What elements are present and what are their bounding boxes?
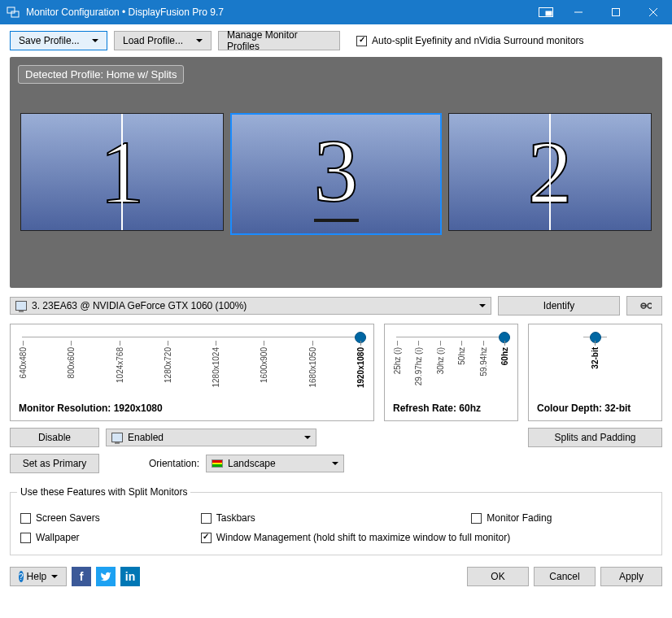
monitor-select[interactable]: 3. 23EA63 @ NVIDIA GeForce GTX 1060 (100… xyxy=(10,297,491,315)
color-label: Colour Depth: 32-bit xyxy=(537,403,653,414)
splits-padding-button[interactable]: Splits and Padding xyxy=(528,428,662,447)
monitor-controls-row: Disable Enabled Splits and Padding xyxy=(10,428,662,447)
orientation-row: Set as Primary Orientation: Landscape xyxy=(10,454,662,473)
monitor-icon xyxy=(15,301,27,311)
facebook-icon[interactable]: f xyxy=(72,567,91,586)
link-button[interactable] xyxy=(626,296,662,316)
window-management-checkbox[interactable]: Window Management (hold shift to maximiz… xyxy=(201,532,652,543)
wallpaper-checkbox[interactable]: Wallpaper xyxy=(20,532,201,543)
save-profile-label: Save Profile... xyxy=(19,35,80,46)
disable-button[interactable]: Disable xyxy=(10,428,99,447)
slider-tick[interactable]: 32-bit xyxy=(591,341,600,398)
checkbox-icon xyxy=(201,513,212,524)
slider-tick[interactable]: 30hz (i) xyxy=(436,341,445,398)
link-icon xyxy=(637,301,652,311)
manage-profiles-label: Manage Monitor Profiles xyxy=(227,29,331,52)
manage-profiles-button[interactable]: Manage Monitor Profiles xyxy=(218,31,340,50)
resolution-slider[interactable]: 640x480800x6001024x7681280x7201280x10241… xyxy=(19,333,365,398)
caret-down-icon xyxy=(332,462,338,465)
slider-tick[interactable]: 640x480 xyxy=(19,341,28,398)
slider-tick[interactable]: 1680x1050 xyxy=(308,341,317,398)
orientation-value: Landscape xyxy=(228,458,327,469)
ok-label: OK xyxy=(491,571,504,582)
svg-rect-5 xyxy=(613,9,620,16)
ok-button[interactable]: OK xyxy=(467,567,529,586)
linkedin-icon[interactable]: in xyxy=(120,567,140,586)
close-button[interactable] xyxy=(635,0,672,24)
color-slider[interactable]: 32-bit xyxy=(537,333,653,398)
twitter-icon[interactable] xyxy=(96,567,116,586)
slider-tick[interactable]: 1600x900 xyxy=(260,341,268,398)
slider-tick[interactable]: 50hz xyxy=(457,341,466,398)
monitor-1[interactable]: 1 xyxy=(20,113,224,231)
caret-down-icon xyxy=(479,304,486,307)
taskbars-checkbox[interactable]: Taskbars xyxy=(201,512,472,524)
monitor-fading-label: Monitor Fading xyxy=(487,512,552,524)
enabled-select[interactable]: Enabled xyxy=(106,429,316,446)
svg-rect-3 xyxy=(546,11,552,15)
monitor-select-value: 3. 23EA63 @ NVIDIA GeForce GTX 1060 (100… xyxy=(32,300,474,311)
slider-tick[interactable]: 1280x1024 xyxy=(212,341,220,398)
slider-tick[interactable]: 1024x768 xyxy=(116,341,124,398)
window-title: Monitor Configuration • DisplayFusion Pr… xyxy=(26,7,532,18)
monitor-icon xyxy=(111,433,123,442)
checkbox-icon xyxy=(201,533,212,543)
caret-down-icon xyxy=(304,436,311,439)
screen-savers-label: Screen Savers xyxy=(36,512,100,524)
window-management-label: Window Management (hold shift to maximiz… xyxy=(216,532,510,543)
checkbox-icon xyxy=(356,36,367,46)
settings-panels: 640x480800x6001024x7681280x7201280x10241… xyxy=(10,324,662,421)
monitor-3[interactable]: 3 xyxy=(230,113,442,235)
resolution-panel: 640x480800x6001024x7681280x7201280x10241… xyxy=(10,324,374,421)
monitor-2[interactable]: 2 xyxy=(448,113,652,231)
color-panel: 32-bit Colour Depth: 32-bit xyxy=(528,324,662,421)
cancel-label: Cancel xyxy=(549,571,579,582)
identify-button[interactable]: Identify xyxy=(498,296,620,316)
maximize-button[interactable] xyxy=(597,0,635,24)
refresh-slider[interactable]: 25hz (i)29.97hz (i)30hz (i)50hz59.94hz60… xyxy=(393,333,509,398)
slider-tick[interactable]: 59.94hz xyxy=(479,341,488,398)
apply-label: Apply xyxy=(619,571,644,582)
split-line xyxy=(121,114,123,230)
monitor-select-row: 3. 23EA63 @ NVIDIA GeForce GTX 1060 (100… xyxy=(10,296,662,316)
slider-tick[interactable]: 1280x720 xyxy=(164,341,172,398)
orientation-select[interactable]: Landscape xyxy=(206,455,344,472)
detected-profile-chip: Detected Profile: Home w/ Splits xyxy=(18,65,184,84)
bottom-bar: ? Help f in OK Cancel Apply xyxy=(10,567,662,586)
slider-tick[interactable]: 800x600 xyxy=(67,341,76,398)
resolution-label: Monitor Resolution: 1920x1080 xyxy=(19,403,365,414)
help-button[interactable]: ? Help xyxy=(10,567,67,586)
apply-button[interactable]: Apply xyxy=(600,567,662,586)
refresh-panel: 25hz (i)29.97hz (i)30hz (i)50hz59.94hz60… xyxy=(384,324,518,421)
monitor-layout-area: Detected Profile: Home w/ Splits 1 3 2 xyxy=(10,57,662,288)
slider-tick[interactable]: 29.97hz (i) xyxy=(414,341,423,398)
pip-icon[interactable] xyxy=(532,0,560,24)
minimize-button[interactable] xyxy=(560,0,597,24)
checkbox-icon xyxy=(20,513,31,524)
app-icon xyxy=(7,6,20,19)
cancel-button[interactable]: Cancel xyxy=(534,567,596,586)
enabled-value: Enabled xyxy=(128,432,299,443)
toolbar: Save Profile... Load Profile... Manage M… xyxy=(10,31,662,50)
save-profile-button[interactable]: Save Profile... xyxy=(10,31,107,50)
slider-tick[interactable]: 1920x1080 xyxy=(356,341,365,398)
caret-down-icon xyxy=(51,575,58,578)
identify-label: Identify xyxy=(543,300,575,311)
set-primary-label: Set as Primary xyxy=(23,458,87,469)
load-profile-label: Load Profile... xyxy=(123,35,183,46)
autosplit-checkbox[interactable]: Auto-split Eyefinity and nVidia Surround… xyxy=(356,35,584,46)
titlebar: Monitor Configuration • DisplayFusion Pr… xyxy=(0,0,672,24)
screen-savers-checkbox[interactable]: Screen Savers xyxy=(20,512,201,524)
load-profile-button[interactable]: Load Profile... xyxy=(114,31,212,50)
monitor-fading-checkbox[interactable]: Monitor Fading xyxy=(471,512,652,524)
split-line xyxy=(549,114,551,230)
split-features-fieldset: Use these Features with Split Monitors S… xyxy=(10,486,662,555)
splits-padding-label: Splits and Padding xyxy=(554,432,635,443)
slider-tick[interactable]: 25hz (i) xyxy=(393,341,402,398)
orientation-label: Orientation: xyxy=(106,458,199,469)
set-primary-button[interactable]: Set as Primary xyxy=(10,454,99,473)
checkbox-icon xyxy=(20,533,31,543)
taskbars-label: Taskbars xyxy=(216,512,255,524)
checkbox-icon xyxy=(471,513,482,524)
slider-tick[interactable]: 60hz xyxy=(500,341,509,398)
